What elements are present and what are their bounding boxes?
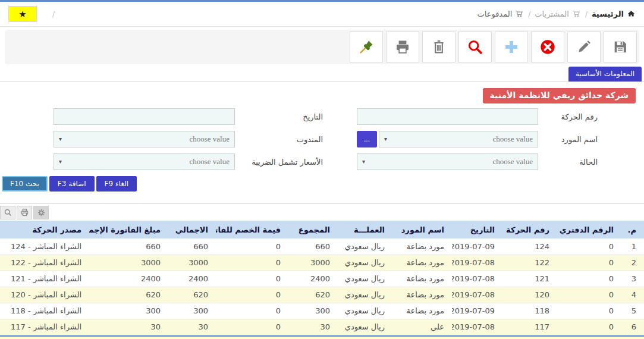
table-cell: 2019-07-08 [452,255,502,271]
table-cell: 2019-07-08 [452,287,502,303]
cancel-action-button[interactable]: الغاء F9 [96,176,137,192]
table-row[interactable]: 401202019-07-08مورد بضاعةريال سعودي62006… [0,287,644,303]
movement_number-input[interactable] [357,108,538,125]
table-row[interactable]: 501182019-07-09مورد بضاعةريال سعودي30003… [0,303,644,319]
search-action-button[interactable]: بحث F10 [2,176,48,192]
floppy-icon [612,39,629,55]
tab-basic-info[interactable]: المعلومات الأساسية [568,67,642,81]
plus-icon [503,39,520,55]
table-settings-button[interactable] [33,206,49,219]
column-header[interactable]: الرقم الدفتري [557,221,621,238]
gear-icon [37,208,46,217]
search-button[interactable] [458,32,492,62]
column-header[interactable]: التاريخ [452,221,502,238]
table-cell: الشراء المباشر - 122 [0,255,89,271]
breadcrumb-item-purchases[interactable]: المشتريات [535,10,581,18]
table-cell: الشراء المباشر - 118 [0,303,89,319]
column-header[interactable]: مصدر الحركة [0,221,89,238]
table-cell: 2019-07-08 [452,319,502,335]
breadcrumb-separator: / [528,10,530,18]
table-cell: 5 [621,303,644,319]
delete-button[interactable] [422,32,455,62]
save-button[interactable] [604,32,637,62]
prices_incl_tax-select[interactable]: choose value▾ [54,153,235,170]
table-cell: 30 [288,319,338,335]
table-cell: 0 [557,319,621,335]
table-cell: مورد بضاعة [392,287,452,303]
table-cell: 117 [502,319,557,335]
table-cell: 30 [89,319,168,335]
magnifier-icon [4,208,12,217]
breadcrumb-bar: الرئيسية / المشتريات / المدفوعات / ★ [0,2,644,27]
table-search-button[interactable] [0,206,15,219]
selected-value: choose value [189,157,234,167]
form-panel: شركة حدائق ريفي للانظمة الأمنية رقم الحر… [0,81,644,204]
table-row[interactable]: 601172019-07-08عليريال سعودي3003030الشرا… [0,319,644,335]
table-row[interactable]: 201222019-07-08مورد بضاعةريال سعودي30000… [0,255,644,271]
field-control-date [54,108,235,125]
form-actions: الغاء F9اضافة F3بحث F10 [0,176,598,192]
table-cell: 30 [168,319,216,335]
table-cell: 124 [502,238,557,255]
table-cell: الشراء المباشر - 124 [0,238,89,255]
add-action-button[interactable]: اضافة F3 [49,176,95,192]
field-control-delegate: choose value▾ [54,131,235,147]
table-print-button[interactable] [17,206,32,219]
table-cell: 620 [168,287,216,303]
table-cell: 0 [557,255,621,271]
table-cell: 620 [89,287,168,303]
form-row: رقم الحركةالتاريخ [0,108,598,125]
table-cell: 0 [216,271,288,287]
breadcrumb-item-payments[interactable]: المدفوعات [477,10,524,18]
field-label-supplier_name: اسم المورد [538,135,598,144]
edit-button[interactable] [567,32,601,62]
table-cell: 0 [557,287,621,303]
field-control-prices_incl_tax: choose value▾ [54,153,235,170]
table-cell: ريال سعودي [338,287,392,303]
date-input[interactable] [54,108,235,125]
table-row[interactable]: 101242019-07-09مورد بضاعةريال سعودي66006… [0,238,644,255]
table-cell: ريال سعودي [338,303,392,319]
supplier_name-select[interactable]: choose value▾ [379,131,538,147]
pin-button[interactable] [350,32,383,62]
main-toolbar [5,30,639,64]
table-cell: 122 [502,255,557,271]
selected-value: choose value [492,157,538,167]
column-header[interactable]: رقم الحركة [502,221,557,238]
printer-icon [394,39,411,55]
field-label-prices_incl_tax: الأسعار تشمل الضريبة [235,158,357,167]
column-header[interactable]: م. [621,221,644,238]
table-cell: 0 [557,271,621,287]
field-group-date: التاريخ [54,108,357,125]
delegate-select[interactable]: choose value▾ [54,131,235,147]
table-cell: 121 [502,271,557,287]
table-cell: 2400 [288,271,338,287]
table-cell: 2 [621,255,644,271]
table-cell: 300 [89,303,168,319]
table-cell: 2400 [89,271,168,287]
add-button[interactable] [495,32,528,62]
table-cell: 4 [621,287,644,303]
form-row: اسم الموردchoose value▾...المندوبchoose … [0,131,598,147]
field-label-movement_number: رقم الحركة [538,112,598,121]
column-header[interactable]: قيمة الخصم للفاتورة [216,221,288,238]
field-label-date: التاريخ [235,112,357,121]
table-row[interactable]: 301212019-07-08مورد بضاعةريال سعودي24000… [0,271,644,287]
table-cell: 620 [288,287,338,303]
column-header[interactable]: العملـــة [338,221,392,238]
favorite-star-button[interactable]: ★ [8,6,37,22]
table-cell: مورد بضاعة [392,303,452,319]
column-header[interactable]: اسم المورد [392,221,452,238]
print-button[interactable] [386,32,419,62]
column-header[interactable]: المجموع [288,221,338,238]
status-select[interactable]: choose value▾ [357,153,538,170]
trash-icon [431,39,447,55]
breadcrumb-home[interactable]: الرئيسية [592,10,636,18]
column-header[interactable]: الاجمالي [168,221,216,238]
cancel-button[interactable] [531,32,564,62]
table-cell: 3000 [288,255,338,271]
column-header[interactable]: مبلغ الفاتورة الإجمالي [89,221,168,238]
supplier_name-more-button[interactable]: ... [357,131,377,147]
star-icon: ★ [18,9,26,20]
field-control-supplier_name: choose value▾... [357,131,538,147]
